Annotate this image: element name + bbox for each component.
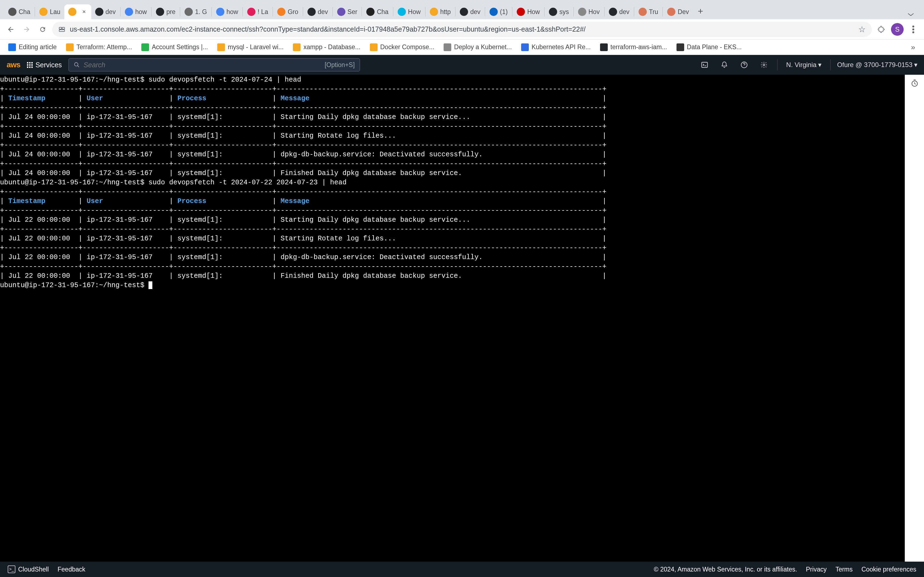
bookmark-item[interactable]: Terraform: Attemp... <box>62 42 136 53</box>
site-info-icon[interactable] <box>58 26 65 33</box>
browser-tab[interactable]: Ser <box>333 5 361 19</box>
extensions-icon[interactable] <box>875 23 888 36</box>
tab-list-button[interactable] <box>902 12 919 19</box>
bookmark-item[interactable]: Deploy a Kubernet... <box>440 42 515 53</box>
browser-tab[interactable]: sys <box>545 5 573 19</box>
favicon <box>307 8 316 16</box>
bookmark-star-icon[interactable]: ☆ <box>858 24 866 34</box>
session-timer-icon[interactable] <box>911 79 919 87</box>
favicon <box>430 8 438 16</box>
favicon <box>489 8 498 16</box>
browser-tab[interactable]: Gro <box>273 5 302 19</box>
aws-search-box[interactable]: [Option+S] <box>68 58 360 71</box>
new-tab-button[interactable]: + <box>693 6 708 19</box>
favicon <box>517 8 525 16</box>
browser-tab[interactable]: Hov <box>574 5 604 19</box>
aws-nav-bar: aws Services [Option+S] N. Virginia ▾ Of… <box>0 55 924 75</box>
cloudshell-button[interactable]: >_ CloudShell <box>8 566 48 573</box>
bookmark-favicon <box>600 44 608 51</box>
browser-tab[interactable]: Tru <box>635 5 662 19</box>
reload-button[interactable] <box>36 23 49 36</box>
cookie-prefs-link[interactable]: Cookie preferences <box>862 566 916 573</box>
favicon <box>216 8 225 16</box>
browser-toolbar: us-east-1.console.aws.amazon.com/ec2-ins… <box>0 19 924 40</box>
bookmark-label: Kubernetes API Re... <box>531 44 591 51</box>
browser-tab[interactable]: Lau <box>36 5 64 19</box>
favicon <box>337 8 346 16</box>
aws-logo[interactable]: aws <box>6 60 20 69</box>
browser-tab[interactable]: ! La <box>243 5 272 19</box>
favicon <box>156 8 164 16</box>
tab-title: Gro <box>288 8 298 16</box>
browser-tab[interactable]: Cha <box>5 5 34 19</box>
svg-point-5 <box>913 31 914 33</box>
browser-tab[interactable]: Cha <box>362 5 392 19</box>
profile-avatar[interactable]: S <box>891 23 904 36</box>
tab-title: sys <box>559 8 569 16</box>
browser-tab[interactable]: dev <box>304 5 332 19</box>
terminal[interactable]: ubuntu@ip-172-31-95-167:~/hng-test$ sudo… <box>0 75 905 562</box>
bookmark-item[interactable]: Kubernetes API Re... <box>517 42 594 53</box>
browser-tab[interactable]: How <box>394 5 425 19</box>
cloudshell-label: CloudShell <box>18 566 48 573</box>
svg-point-3 <box>913 26 914 27</box>
privacy-link[interactable]: Privacy <box>806 566 827 573</box>
close-icon[interactable]: × <box>81 8 87 15</box>
chrome-menu-icon[interactable] <box>907 23 919 36</box>
account-menu[interactable]: Ofure @ 3700-1779-0153 ▾ <box>837 61 918 69</box>
favicon <box>8 8 16 16</box>
notifications-icon[interactable] <box>718 58 731 71</box>
bookmark-label: Deploy a Kubernet... <box>454 44 512 51</box>
browser-tab[interactable]: Dev <box>663 5 693 19</box>
services-menu[interactable]: Services <box>27 61 62 69</box>
bookmark-item[interactable]: terraform-aws-iam... <box>596 42 671 53</box>
tab-title: pre <box>166 8 176 16</box>
tab-title: dev <box>619 8 630 16</box>
bookmark-label: Editing article <box>19 44 57 51</box>
bookmark-favicon <box>444 44 451 51</box>
aws-footer: >_ CloudShell Feedback © 2024, Amazon We… <box>0 562 924 577</box>
favicon <box>184 8 193 16</box>
tab-separator <box>180 7 180 16</box>
tab-title: Lau <box>50 8 60 16</box>
bookmark-label: mysql - Laravel wi... <box>228 44 284 51</box>
browser-tab[interactable]: How <box>513 5 544 19</box>
back-button[interactable] <box>5 23 17 36</box>
tab-title: 1. G <box>195 8 207 16</box>
browser-tab[interactable]: (1) <box>486 5 512 19</box>
tab-separator <box>303 7 303 16</box>
feedback-link[interactable]: Feedback <box>58 566 85 573</box>
tab-title: how <box>226 8 238 16</box>
bookmark-item[interactable]: Editing article <box>5 42 60 53</box>
address-bar[interactable]: us-east-1.console.aws.amazon.com/ec2-ins… <box>52 22 872 37</box>
browser-tab[interactable]: dev <box>605 5 633 19</box>
bookmarks-overflow-icon[interactable]: » <box>906 43 919 52</box>
favicon <box>125 8 133 16</box>
search-icon <box>74 62 80 68</box>
browser-tab[interactable]: × <box>65 5 91 19</box>
region-selector[interactable]: N. Virginia ▾ <box>784 61 824 69</box>
browser-tab[interactable]: 1. G <box>181 5 211 19</box>
nav-separator <box>777 60 777 70</box>
bookmark-item[interactable]: Data Plane - EKS... <box>673 42 746 53</box>
browser-tab[interactable]: pre <box>152 5 179 19</box>
terms-link[interactable]: Terms <box>835 566 853 573</box>
help-icon[interactable] <box>738 58 751 71</box>
browser-tab[interactable]: how <box>121 5 151 19</box>
bookmark-item[interactable]: Docker Compose... <box>366 42 438 53</box>
browser-tab[interactable]: http <box>426 5 455 19</box>
favicon <box>95 8 103 16</box>
settings-icon[interactable] <box>758 58 771 71</box>
bookmark-item[interactable]: Account Settings |... <box>137 42 212 53</box>
forward-button[interactable] <box>20 23 33 36</box>
favicon <box>609 8 617 16</box>
bookmark-label: Data Plane - EKS... <box>687 44 741 51</box>
cloudshell-nav-icon[interactable] <box>698 58 711 71</box>
browser-tab[interactable]: dev <box>456 5 484 19</box>
bookmark-item[interactable]: mysql - Laravel wi... <box>213 42 288 53</box>
aws-search-input[interactable] <box>84 61 321 69</box>
tab-separator <box>362 7 362 16</box>
browser-tab[interactable]: dev <box>91 5 120 19</box>
browser-tab[interactable]: how <box>212 5 242 19</box>
bookmark-item[interactable]: xampp - Database... <box>289 42 364 53</box>
